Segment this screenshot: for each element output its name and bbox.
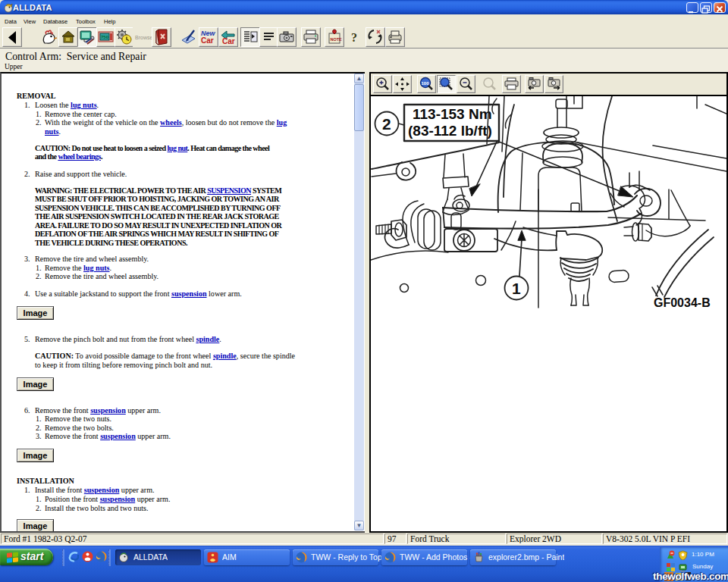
- svg-text:?: ?: [351, 31, 357, 44]
- svg-text:2: 2: [382, 115, 391, 133]
- svg-text:Car: Car: [222, 37, 235, 45]
- svg-text:Car: Car: [201, 36, 214, 45]
- svg-text:(83-112 lb/ft): (83-112 lb/ft): [408, 123, 492, 139]
- svg-text:GF0034-B: GF0034-B: [654, 296, 711, 309]
- svg-text:1: 1: [512, 280, 521, 297]
- svg-text:NOTE: NOTE: [331, 37, 343, 42]
- svg-text:113-153 Nm: 113-153 Nm: [413, 106, 492, 122]
- svg-text:750: 750: [101, 35, 109, 39]
- svg-text:Browse: Browse: [135, 35, 152, 40]
- svg-text:100: 100: [422, 81, 430, 86]
